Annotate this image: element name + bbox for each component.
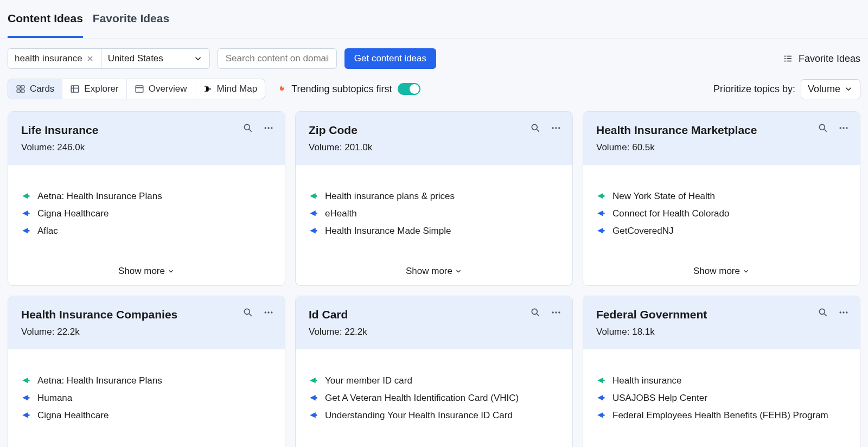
get-content-ideas-button[interactable]: Get content ideas	[344, 48, 436, 69]
country-value: United States	[108, 53, 163, 64]
topic-card: Health Insurance Marketplace Volume: 60.…	[583, 111, 860, 286]
tab-bar: Content Ideas Favorite Ideas	[0, 0, 868, 39]
bullhorn-icon	[309, 226, 318, 236]
suggestion-text: Connect for Health Colorado	[612, 208, 729, 219]
content-suggestion[interactable]: Health Insurance Made Simple	[309, 226, 559, 237]
card-title: Health Insurance Marketplace	[596, 124, 847, 137]
suggestion-text: GetCoveredNJ	[612, 226, 673, 237]
show-more-button[interactable]: Show more	[583, 259, 860, 285]
prioritize-group: Prioritize topics by: Volume	[713, 79, 860, 99]
volume-value: 246.0k	[57, 142, 85, 152]
chevron-down-icon	[742, 267, 750, 275]
country-select[interactable]: United States	[101, 49, 209, 68]
content-suggestion[interactable]: Federal Employees Health Benefits (FEHB)…	[596, 410, 847, 421]
view-overview-button[interactable]: Overview	[127, 79, 195, 99]
show-more-button[interactable]: Show more	[8, 259, 285, 285]
favorite-ideas-link[interactable]: Favorite Ideas	[783, 53, 860, 65]
domain-search-input[interactable]	[218, 48, 337, 69]
suggestion-text: Health insurance plans & prices	[325, 191, 455, 202]
volume-value: 60.5k	[632, 142, 655, 152]
trending-label: Trending subtopics first	[291, 84, 392, 95]
volume-value: 22.2k	[57, 327, 80, 337]
content-suggestion[interactable]: Get A Veteran Health Identification Card…	[309, 393, 559, 404]
view-mindmap-label: Mind Map	[217, 84, 258, 94]
content-suggestion[interactable]: Cigna Healthcare	[21, 208, 272, 219]
keyword-country-input: health insurance United States	[8, 48, 210, 69]
card-volume: Volume: 246.0k	[21, 142, 272, 153]
prioritize-select[interactable]: Volume	[801, 79, 860, 99]
clear-keyword-icon[interactable]	[86, 54, 94, 63]
content-suggestion[interactable]: Humana	[21, 393, 272, 404]
topic-card: Federal Government Volume: 18.1k Health …	[583, 296, 860, 447]
content-suggestion[interactable]: Your member ID card	[309, 375, 559, 386]
show-more-button[interactable]: Show more	[583, 444, 860, 447]
bullhorn-icon	[596, 209, 606, 219]
card-body: Your member ID cardGet A Veteran Health …	[296, 349, 572, 444]
volume-label: Volume:	[309, 142, 342, 152]
suggestion-text: Get A Veteran Health Identification Card…	[325, 393, 519, 404]
view-explorer-button[interactable]: Explorer	[62, 79, 126, 99]
content-suggestion[interactable]: USAJOBS Help Center	[596, 393, 847, 404]
card-header: Health Insurance Companies Volume: 22.2k	[8, 296, 285, 349]
content-suggestion[interactable]: GetCoveredNJ	[596, 226, 847, 237]
volume-label: Volume:	[596, 142, 629, 152]
overview-icon	[135, 84, 144, 94]
show-more-button[interactable]: Show more	[296, 259, 572, 285]
search-icon[interactable]	[530, 123, 541, 133]
tab-favorite-ideas[interactable]: Favorite Ideas	[93, 0, 169, 38]
content-suggestion[interactable]: Health insurance	[596, 375, 847, 386]
content-suggestion[interactable]: Aetna: Health Insurance Plans	[21, 375, 272, 386]
search-icon[interactable]	[242, 307, 253, 318]
card-title: Health Insurance Companies	[21, 308, 272, 321]
more-icon[interactable]	[551, 307, 561, 318]
card-actions	[242, 307, 274, 318]
card-body: Health insurance plans & priceseHealthHe…	[296, 165, 572, 259]
view-overview-label: Overview	[149, 84, 187, 94]
view-mindmap-button[interactable]: Mind Map	[195, 79, 265, 99]
volume-value: 18.1k	[632, 327, 655, 337]
suggestion-text: Aflac	[37, 226, 58, 237]
show-more-button[interactable]: Show more	[8, 444, 285, 447]
bullhorn-icon	[21, 411, 31, 420]
content-suggestion[interactable]: Cigna Healthcare	[21, 410, 272, 421]
content-suggestion[interactable]: New York State of Health	[596, 191, 847, 202]
content-suggestion[interactable]: Aflac	[21, 226, 272, 237]
content-suggestion[interactable]: Health insurance plans & prices	[309, 191, 559, 202]
more-icon[interactable]	[838, 123, 849, 133]
search-icon[interactable]	[242, 123, 253, 133]
more-icon[interactable]	[551, 123, 561, 133]
trending-toggle[interactable]	[398, 83, 420, 95]
content-suggestion[interactable]: Aetna: Health Insurance Plans	[21, 191, 272, 202]
tab-content-ideas[interactable]: Content Ideas	[8, 0, 83, 38]
domain-search-field[interactable]	[226, 53, 329, 64]
more-icon[interactable]	[838, 307, 849, 318]
content-suggestion[interactable]: Connect for Health Colorado	[596, 208, 847, 219]
volume-label: Volume:	[21, 327, 54, 337]
chevron-down-icon	[193, 54, 203, 63]
content-suggestion[interactable]: Understanding Your Health Insurance ID C…	[309, 410, 559, 421]
more-icon[interactable]	[263, 307, 274, 318]
volume-label: Volume:	[596, 327, 629, 337]
search-icon[interactable]	[530, 307, 541, 318]
card-title: Federal Government	[596, 308, 847, 321]
content-suggestion[interactable]: eHealth	[309, 208, 559, 219]
suggestion-text: Health insurance	[612, 375, 682, 386]
card-header: Id Card Volume: 22.2k	[296, 296, 572, 349]
card-volume: Volume: 201.0k	[309, 142, 559, 153]
suggestion-text: Cigna Healthcare	[37, 410, 108, 421]
view-explorer-label: Explorer	[84, 84, 118, 94]
chevron-down-icon	[167, 267, 175, 275]
bullhorn-icon	[21, 191, 31, 201]
show-more-button[interactable]: Show more	[296, 444, 572, 447]
search-icon[interactable]	[818, 123, 828, 133]
toolbar-view: Cards Explorer Overview Mind Map Trendin…	[0, 73, 868, 111]
bullhorn-icon	[21, 226, 31, 236]
suggestion-text: Aetna: Health Insurance Plans	[37, 375, 162, 386]
suggestion-text: Understanding Your Health Insurance ID C…	[325, 410, 513, 421]
bullhorn-icon	[596, 191, 606, 201]
view-cards-button[interactable]: Cards	[8, 79, 62, 99]
search-icon[interactable]	[818, 307, 828, 318]
prioritize-label: Prioritize topics by:	[713, 84, 795, 95]
more-icon[interactable]	[263, 123, 274, 133]
card-body: Aetna: Health Insurance PlansCigna Healt…	[8, 165, 285, 259]
